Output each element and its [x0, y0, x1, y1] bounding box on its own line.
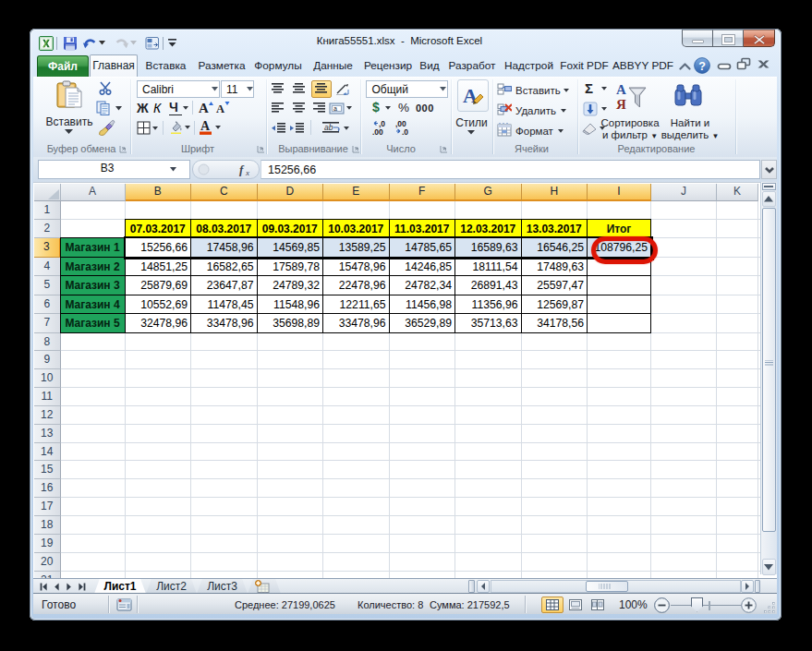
svg-text:А: А	[616, 82, 626, 97]
svg-text:?: ?	[698, 60, 706, 73]
svg-text:a: a	[333, 105, 337, 112]
svg-text:x: x	[245, 168, 249, 176]
svg-text:A: A	[216, 102, 224, 115]
svg-text:ab: ab	[324, 123, 333, 132]
svg-text:Я: Я	[616, 97, 626, 112]
svg-text:A: A	[200, 119, 211, 133]
svg-text:f: f	[239, 163, 245, 176]
svg-text:A: A	[199, 101, 209, 115]
svg-text:,0: ,0	[402, 127, 408, 136]
svg-text:,00: ,00	[372, 127, 383, 136]
